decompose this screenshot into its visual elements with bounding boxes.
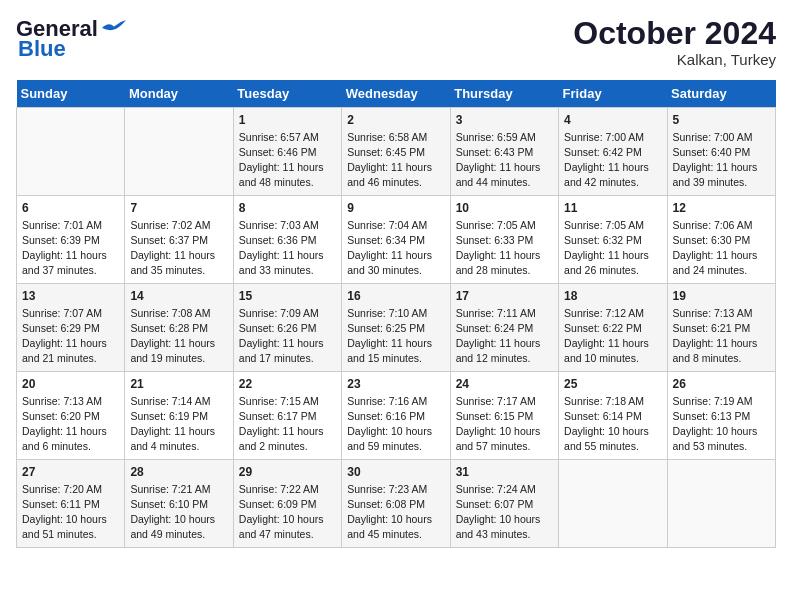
day-number: 10 xyxy=(456,200,553,217)
day-info: Sunrise: 7:05 AM Sunset: 6:32 PM Dayligh… xyxy=(564,218,661,279)
day-number: 3 xyxy=(456,112,553,129)
calendar-cell: 12Sunrise: 7:06 AM Sunset: 6:30 PM Dayli… xyxy=(667,196,775,284)
day-info: Sunrise: 7:24 AM Sunset: 6:07 PM Dayligh… xyxy=(456,482,553,543)
day-number: 23 xyxy=(347,376,444,393)
day-number: 9 xyxy=(347,200,444,217)
calendar-cell: 27Sunrise: 7:20 AM Sunset: 6:11 PM Dayli… xyxy=(17,460,125,548)
week-row-5: 27Sunrise: 7:20 AM Sunset: 6:11 PM Dayli… xyxy=(17,460,776,548)
calendar-cell: 1Sunrise: 6:57 AM Sunset: 6:46 PM Daylig… xyxy=(233,108,341,196)
calendar-cell: 20Sunrise: 7:13 AM Sunset: 6:20 PM Dayli… xyxy=(17,372,125,460)
calendar-cell: 29Sunrise: 7:22 AM Sunset: 6:09 PM Dayli… xyxy=(233,460,341,548)
day-info: Sunrise: 7:18 AM Sunset: 6:14 PM Dayligh… xyxy=(564,394,661,455)
day-number: 1 xyxy=(239,112,336,129)
day-info: Sunrise: 7:11 AM Sunset: 6:24 PM Dayligh… xyxy=(456,306,553,367)
calendar-cell: 21Sunrise: 7:14 AM Sunset: 6:19 PM Dayli… xyxy=(125,372,233,460)
calendar-cell: 6Sunrise: 7:01 AM Sunset: 6:39 PM Daylig… xyxy=(17,196,125,284)
title-block: October 2024 Kalkan, Turkey xyxy=(573,16,776,68)
logo: General Blue xyxy=(16,16,126,62)
day-info: Sunrise: 7:08 AM Sunset: 6:28 PM Dayligh… xyxy=(130,306,227,367)
day-number: 22 xyxy=(239,376,336,393)
week-row-4: 20Sunrise: 7:13 AM Sunset: 6:20 PM Dayli… xyxy=(17,372,776,460)
calendar-cell: 11Sunrise: 7:05 AM Sunset: 6:32 PM Dayli… xyxy=(559,196,667,284)
day-info: Sunrise: 7:17 AM Sunset: 6:15 PM Dayligh… xyxy=(456,394,553,455)
day-header-saturday: Saturday xyxy=(667,80,775,108)
day-info: Sunrise: 7:06 AM Sunset: 6:30 PM Dayligh… xyxy=(673,218,770,279)
day-info: Sunrise: 7:20 AM Sunset: 6:11 PM Dayligh… xyxy=(22,482,119,543)
calendar-cell: 4Sunrise: 7:00 AM Sunset: 6:42 PM Daylig… xyxy=(559,108,667,196)
calendar-cell: 15Sunrise: 7:09 AM Sunset: 6:26 PM Dayli… xyxy=(233,284,341,372)
day-number: 8 xyxy=(239,200,336,217)
header-row: SundayMondayTuesdayWednesdayThursdayFrid… xyxy=(17,80,776,108)
day-info: Sunrise: 7:02 AM Sunset: 6:37 PM Dayligh… xyxy=(130,218,227,279)
day-info: Sunrise: 7:12 AM Sunset: 6:22 PM Dayligh… xyxy=(564,306,661,367)
day-header-friday: Friday xyxy=(559,80,667,108)
day-info: Sunrise: 7:07 AM Sunset: 6:29 PM Dayligh… xyxy=(22,306,119,367)
day-number: 31 xyxy=(456,464,553,481)
day-info: Sunrise: 7:13 AM Sunset: 6:21 PM Dayligh… xyxy=(673,306,770,367)
calendar-cell: 19Sunrise: 7:13 AM Sunset: 6:21 PM Dayli… xyxy=(667,284,775,372)
calendar-cell xyxy=(667,460,775,548)
calendar-cell: 2Sunrise: 6:58 AM Sunset: 6:45 PM Daylig… xyxy=(342,108,450,196)
day-header-thursday: Thursday xyxy=(450,80,558,108)
day-info: Sunrise: 7:14 AM Sunset: 6:19 PM Dayligh… xyxy=(130,394,227,455)
calendar-cell xyxy=(125,108,233,196)
calendar-cell: 16Sunrise: 7:10 AM Sunset: 6:25 PM Dayli… xyxy=(342,284,450,372)
week-row-1: 1Sunrise: 6:57 AM Sunset: 6:46 PM Daylig… xyxy=(17,108,776,196)
calendar-cell: 23Sunrise: 7:16 AM Sunset: 6:16 PM Dayli… xyxy=(342,372,450,460)
calendar-cell: 7Sunrise: 7:02 AM Sunset: 6:37 PM Daylig… xyxy=(125,196,233,284)
day-info: Sunrise: 7:21 AM Sunset: 6:10 PM Dayligh… xyxy=(130,482,227,543)
day-header-tuesday: Tuesday xyxy=(233,80,341,108)
day-header-monday: Monday xyxy=(125,80,233,108)
calendar-cell: 24Sunrise: 7:17 AM Sunset: 6:15 PM Dayli… xyxy=(450,372,558,460)
day-number: 24 xyxy=(456,376,553,393)
calendar-cell: 14Sunrise: 7:08 AM Sunset: 6:28 PM Dayli… xyxy=(125,284,233,372)
day-number: 16 xyxy=(347,288,444,305)
calendar-cell: 31Sunrise: 7:24 AM Sunset: 6:07 PM Dayli… xyxy=(450,460,558,548)
calendar-cell: 30Sunrise: 7:23 AM Sunset: 6:08 PM Dayli… xyxy=(342,460,450,548)
day-number: 14 xyxy=(130,288,227,305)
day-info: Sunrise: 7:16 AM Sunset: 6:16 PM Dayligh… xyxy=(347,394,444,455)
day-number: 2 xyxy=(347,112,444,129)
calendar-cell: 22Sunrise: 7:15 AM Sunset: 6:17 PM Dayli… xyxy=(233,372,341,460)
day-info: Sunrise: 6:59 AM Sunset: 6:43 PM Dayligh… xyxy=(456,130,553,191)
day-number: 13 xyxy=(22,288,119,305)
day-info: Sunrise: 7:04 AM Sunset: 6:34 PM Dayligh… xyxy=(347,218,444,279)
calendar-cell: 5Sunrise: 7:00 AM Sunset: 6:40 PM Daylig… xyxy=(667,108,775,196)
calendar-cell: 18Sunrise: 7:12 AM Sunset: 6:22 PM Dayli… xyxy=(559,284,667,372)
day-number: 12 xyxy=(673,200,770,217)
day-info: Sunrise: 7:00 AM Sunset: 6:40 PM Dayligh… xyxy=(673,130,770,191)
page-header: General Blue October 2024 Kalkan, Turkey xyxy=(16,16,776,68)
day-number: 4 xyxy=(564,112,661,129)
day-header-sunday: Sunday xyxy=(17,80,125,108)
day-info: Sunrise: 7:01 AM Sunset: 6:39 PM Dayligh… xyxy=(22,218,119,279)
day-info: Sunrise: 7:19 AM Sunset: 6:13 PM Dayligh… xyxy=(673,394,770,455)
calendar-cell: 8Sunrise: 7:03 AM Sunset: 6:36 PM Daylig… xyxy=(233,196,341,284)
calendar-cell: 17Sunrise: 7:11 AM Sunset: 6:24 PM Dayli… xyxy=(450,284,558,372)
calendar-cell: 13Sunrise: 7:07 AM Sunset: 6:29 PM Dayli… xyxy=(17,284,125,372)
day-info: Sunrise: 7:03 AM Sunset: 6:36 PM Dayligh… xyxy=(239,218,336,279)
day-info: Sunrise: 7:23 AM Sunset: 6:08 PM Dayligh… xyxy=(347,482,444,543)
logo-bird-icon xyxy=(102,20,126,36)
day-number: 26 xyxy=(673,376,770,393)
calendar-cell: 10Sunrise: 7:05 AM Sunset: 6:33 PM Dayli… xyxy=(450,196,558,284)
day-number: 19 xyxy=(673,288,770,305)
day-info: Sunrise: 7:15 AM Sunset: 6:17 PM Dayligh… xyxy=(239,394,336,455)
day-number: 25 xyxy=(564,376,661,393)
logo-blue: Blue xyxy=(16,36,66,62)
day-number: 21 xyxy=(130,376,227,393)
calendar-table: SundayMondayTuesdayWednesdayThursdayFrid… xyxy=(16,80,776,548)
location: Kalkan, Turkey xyxy=(573,51,776,68)
week-row-3: 13Sunrise: 7:07 AM Sunset: 6:29 PM Dayli… xyxy=(17,284,776,372)
day-number: 5 xyxy=(673,112,770,129)
calendar-cell: 25Sunrise: 7:18 AM Sunset: 6:14 PM Dayli… xyxy=(559,372,667,460)
day-info: Sunrise: 6:58 AM Sunset: 6:45 PM Dayligh… xyxy=(347,130,444,191)
day-number: 27 xyxy=(22,464,119,481)
day-number: 18 xyxy=(564,288,661,305)
day-info: Sunrise: 6:57 AM Sunset: 6:46 PM Dayligh… xyxy=(239,130,336,191)
day-number: 17 xyxy=(456,288,553,305)
day-number: 29 xyxy=(239,464,336,481)
calendar-cell: 3Sunrise: 6:59 AM Sunset: 6:43 PM Daylig… xyxy=(450,108,558,196)
day-number: 7 xyxy=(130,200,227,217)
day-number: 11 xyxy=(564,200,661,217)
day-info: Sunrise: 7:05 AM Sunset: 6:33 PM Dayligh… xyxy=(456,218,553,279)
